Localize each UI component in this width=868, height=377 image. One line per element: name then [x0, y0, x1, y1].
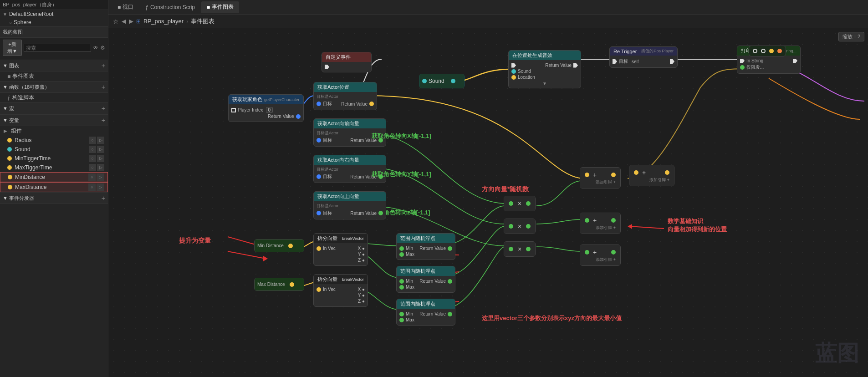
macros-add-btn[interactable]: + [102, 105, 105, 112]
node-mult1[interactable]: × [504, 196, 536, 211]
node-retrigger[interactable]: Re Trigger 插值的Pos Player 目标 self [609, 46, 678, 68]
node-break-vector2[interactable]: 拆分向量 breakVector In Vec X ● Y ● Z ● [313, 274, 368, 307]
tab-construction[interactable]: ƒ Construction Scrip [140, 2, 200, 12]
node-rand2[interactable]: 范围内随机浮点 Min Return Value Max [396, 266, 455, 293]
up-subtitle: 目标是Actor [317, 203, 383, 209]
add1-body: + 添加引脚 + [580, 168, 620, 188]
node-custom-event[interactable]: 自定义事件 [322, 52, 372, 72]
tree-item-root[interactable]: ▼ DefaultSceneRoot [0, 10, 108, 18]
spawn-sound-header: 在位置处生成音效 [509, 51, 581, 60]
add2-a [585, 218, 589, 223]
eye-icon[interactable]: 👁 [93, 45, 98, 51]
var-dot-mintrigger [7, 156, 12, 161]
rand3-title: 范围内随机浮点 [400, 301, 435, 307]
var-eye-mindist[interactable]: ○ [88, 173, 96, 181]
min-dist-row: Min Distance [257, 243, 301, 248]
var-dot-sound [7, 147, 12, 152]
min-dist-body: Min Distance [255, 239, 304, 252]
right-ret-pin [378, 174, 383, 179]
node-mult3[interactable]: × [504, 241, 536, 257]
mult3-row: × [509, 245, 531, 253]
var-pin-radius[interactable]: ▷ [97, 137, 104, 144]
new-button[interactable]: +新增▼ [3, 40, 22, 56]
node-add1[interactable]: + 添加引脚 + [580, 167, 621, 188]
node-get-player-char[interactable]: 获取玩家角色 getPlayerCharacter Player Index 0… [228, 94, 304, 122]
search-input[interactable] [24, 44, 91, 52]
tree-item-sphere[interactable]: ○ Sphere [0, 18, 108, 26]
var-dot-maxtrigger [7, 165, 12, 170]
rand2-max-label: Max [406, 285, 414, 290]
node-custom-event-body [322, 62, 371, 72]
var-actions-radius: ○ ▷ [89, 137, 104, 144]
break1-invec-pin [317, 246, 321, 251]
get-up-header: 获取Actor向上向量 [314, 192, 386, 201]
eventdispatch-add-btn[interactable]: + [102, 194, 105, 202]
right-target-label: 目标 [323, 173, 332, 180]
var-pin-mintrigger[interactable]: ▷ [97, 155, 104, 162]
breadcrumb-forward[interactable]: ▶ [129, 18, 133, 25]
break1-title: 拆分向量 [317, 235, 337, 242]
spawn-exec-in: Return Value [511, 63, 578, 68]
breadcrumb-back[interactable]: ◀ [122, 18, 126, 25]
var-eye-radius[interactable]: ○ [89, 137, 96, 144]
tab-event-graph-label: 事件图表 [212, 3, 234, 11]
canvas[interactable]: 自定义事件 获取玩家角色 getPlayerCharacter Player I… [108, 28, 868, 377]
spawn-exec-in-label: Return Value [545, 63, 572, 68]
print-exec-in [740, 59, 745, 63]
event-graph-item[interactable]: ■ 事件图表 [0, 71, 108, 81]
node-rand1[interactable]: 范围内随机浮点 Min Return Value Max [396, 233, 455, 260]
node-get-actor-location[interactable]: 获取Actor位置 目标是Actor 目标 Return Value [313, 82, 377, 110]
node-add2[interactable]: + 添加引脚 + [580, 213, 621, 234]
tab-viewport[interactable]: ■ 视口 [112, 1, 139, 13]
settings-icon[interactable]: ⚙ [100, 45, 105, 51]
node-get-right[interactable]: 获取Actor向右向量 目标是Actor 目标 Return Value [313, 155, 386, 183]
var-eye-mintrigger[interactable]: ○ [89, 155, 96, 162]
var-sound[interactable]: Sound ○ ▷ [0, 145, 108, 154]
var-radius[interactable]: Radius ○ ▷ [0, 136, 108, 145]
variables-add-btn[interactable]: + [102, 117, 105, 124]
var-pin-maxtrigger[interactable]: ▷ [97, 164, 104, 171]
node-sound[interactable]: Sound [419, 74, 465, 88]
add2-out [611, 218, 616, 223]
break2-z-row: Z ● [317, 299, 365, 304]
node-min-distance[interactable]: Min Distance [254, 239, 304, 252]
get-forward-body: 目标是Actor 目标 Return Value [314, 128, 386, 146]
break2-x-label: X ● [358, 287, 365, 292]
components-group[interactable]: ▶ 组件 [0, 126, 108, 136]
construct-script-item[interactable]: ƒ 构造脚本 [0, 93, 108, 102]
node-rand3[interactable]: 范围内随机浮点 Min Return Value Max [396, 299, 455, 326]
var-eye-maxdist[interactable]: ○ [88, 183, 96, 191]
rand2-min-label: Min [406, 279, 413, 284]
var-maxtrigger[interactable]: MaxTiggerTime ○ ▷ [0, 163, 108, 172]
var-maxdistance[interactable]: MaxDistance ○ ▷ [0, 182, 108, 192]
node-get-up[interactable]: 获取Actor向上向量 目标是Actor 目标 Return Value [313, 191, 386, 219]
node-top-right1[interactable] [749, 46, 786, 56]
node-max-distance[interactable]: Max Distance [254, 278, 304, 291]
node-get-forward[interactable]: 获取Actor向前向量 目标是Actor 目标 Return Value [313, 118, 386, 147]
graphs-add-btn[interactable]: + [102, 62, 105, 69]
var-label-maxdist: MaxDistance [15, 184, 46, 190]
rand1-min: Min Return Value [399, 246, 452, 251]
retrigger-header: Re Trigger 插值的Pos Player [610, 47, 677, 56]
functions-add-btn[interactable]: + [102, 83, 105, 91]
sphere-icon: ○ [9, 20, 12, 25]
max-dist-label: Max Distance [257, 282, 285, 287]
var-pin-maxdist[interactable]: ▷ [97, 183, 104, 191]
node-add-final[interactable]: + 添加引脚 + [629, 165, 674, 186]
var-mintrigger[interactable]: MinTiggerTime ○ ▷ [0, 154, 108, 163]
var-mindistance[interactable]: MinDistance ○ ▷ [0, 172, 108, 182]
expand-btn[interactable]: ▼ [511, 81, 578, 86]
var-pin-sound[interactable]: ▷ [97, 146, 104, 153]
var-eye-maxtrigger[interactable]: ○ [89, 164, 96, 171]
node-break-vector1[interactable]: 拆分向量 breakVector In Vec X ● Y ● Z ● [313, 233, 368, 266]
tab-event-graph[interactable]: ■ 事件图表 [201, 1, 239, 13]
node-add3[interactable]: + 添加引脚 + [580, 245, 621, 266]
get-right-title: 获取Actor向右向量 [317, 157, 359, 163]
node-spawn-sound[interactable]: 在位置处生成音效 Return Value Sound Location ▼ [508, 50, 581, 88]
retval-label: Return Value [341, 102, 368, 107]
breadcrumb-star[interactable]: ☆ [113, 18, 119, 25]
get-right-body: 目标是Actor 目标 Return Value [314, 165, 386, 183]
node-mult2[interactable]: × [504, 219, 536, 234]
var-pin-mindist[interactable]: ▷ [97, 173, 104, 181]
var-eye-sound[interactable]: ○ [89, 146, 96, 153]
